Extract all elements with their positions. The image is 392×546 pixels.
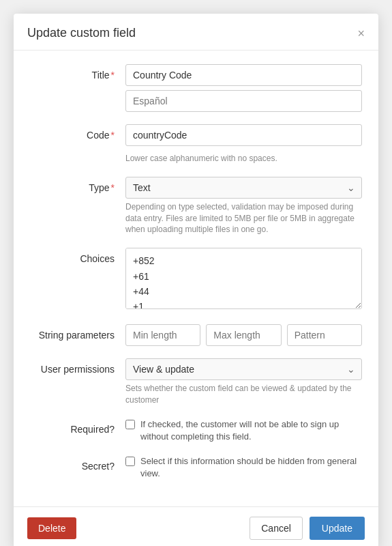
update-custom-field-modal: Update custom field × Title* Code* Lower… bbox=[14, 14, 378, 546]
required-checkbox-row: If checked, the customer will not be abl… bbox=[125, 418, 362, 443]
user-permissions-wrap: View & update View only Hidden ⌄ Sets wh… bbox=[125, 358, 362, 406]
title-inputs bbox=[125, 64, 362, 112]
type-label: Type* bbox=[30, 177, 125, 193]
footer-right-buttons: Cancel Update bbox=[250, 517, 365, 540]
choices-row: Choices +852 +61 +44 +1 bbox=[30, 248, 362, 312]
required-indicator: * bbox=[111, 182, 115, 193]
secret-text: Select if this information should be hid… bbox=[140, 455, 362, 480]
string-params-inputs-group bbox=[125, 324, 362, 346]
max-length-input[interactable] bbox=[206, 324, 281, 346]
choices-label: Choices bbox=[30, 248, 125, 264]
type-row: Type* Text Number Date File ⌄ Depending … bbox=[30, 177, 362, 235]
secret-label: Secret? bbox=[30, 455, 125, 472]
cancel-button[interactable]: Cancel bbox=[250, 517, 303, 540]
title-label: Title* bbox=[30, 64, 125, 81]
user-permissions-row: User permissions View & update View only… bbox=[30, 358, 362, 406]
string-params-label: String parameters bbox=[30, 324, 125, 341]
string-params-inputs bbox=[125, 324, 362, 346]
secret-checkbox-row: Select if this information should be hid… bbox=[125, 455, 362, 480]
required-checkbox[interactable] bbox=[125, 420, 135, 429]
string-params-row: String parameters bbox=[30, 324, 362, 346]
min-length-input[interactable] bbox=[125, 324, 200, 346]
code-hint: Lower case alphanumeric with no spaces. bbox=[125, 153, 362, 164]
type-select-wrap: Text Number Date File ⌄ bbox=[125, 177, 362, 199]
user-permissions-hint: Sets whether the custom field can be vie… bbox=[125, 383, 362, 406]
close-button[interactable]: × bbox=[357, 27, 365, 40]
type-hint: Depending on type selected, validation m… bbox=[125, 201, 362, 235]
required-indicator: * bbox=[111, 70, 115, 81]
title-input[interactable] bbox=[125, 64, 362, 86]
required-wrap: If checked, the customer will not be abl… bbox=[125, 418, 362, 443]
modal-body: Title* Code* Lower case alphanumeric wit… bbox=[14, 51, 378, 506]
type-select[interactable]: Text Number Date File bbox=[125, 177, 362, 199]
modal-footer: Delete Cancel Update bbox=[14, 506, 378, 546]
secret-row: Secret? Select if this information shoul… bbox=[30, 455, 362, 480]
required-indicator: * bbox=[111, 130, 115, 141]
secret-wrap: Select if this information should be hid… bbox=[125, 455, 362, 480]
required-text: If checked, the customer will not be abl… bbox=[140, 418, 362, 443]
code-input[interactable] bbox=[125, 124, 362, 146]
choices-textarea[interactable]: +852 +61 +44 +1 bbox=[125, 248, 362, 309]
pattern-input[interactable] bbox=[287, 324, 362, 346]
type-input-wrap: Text Number Date File ⌄ Depending on typ… bbox=[125, 177, 362, 235]
code-row: Code* Lower case alphanumeric with no sp… bbox=[30, 124, 362, 164]
user-permissions-select-wrap: View & update View only Hidden ⌄ bbox=[125, 358, 362, 380]
title-row: Title* bbox=[30, 64, 362, 112]
delete-button[interactable]: Delete bbox=[27, 517, 76, 539]
secret-checkbox[interactable] bbox=[125, 457, 135, 466]
user-permissions-select[interactable]: View & update View only Hidden bbox=[125, 358, 362, 380]
required-row: Required? If checked, the customer will … bbox=[30, 418, 362, 443]
required-label: Required? bbox=[30, 418, 125, 435]
update-button[interactable]: Update bbox=[310, 517, 365, 540]
code-input-wrap: Lower case alphanumeric with no spaces. bbox=[125, 124, 362, 164]
modal-title: Update custom field bbox=[27, 26, 136, 40]
modal-header: Update custom field × bbox=[14, 14, 378, 51]
choices-input-wrap: +852 +61 +44 +1 bbox=[125, 248, 362, 312]
title-secondary-input[interactable] bbox=[125, 90, 362, 112]
user-permissions-label: User permissions bbox=[30, 358, 125, 375]
code-label: Code* bbox=[30, 124, 125, 141]
